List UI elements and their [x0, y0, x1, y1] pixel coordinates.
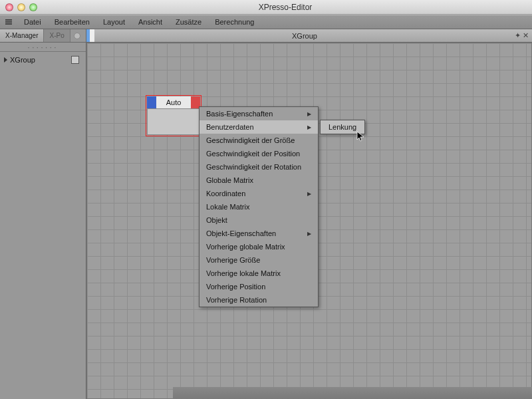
menu-berechnung[interactable]: Berechnung [208, 15, 261, 29]
context-menu-item[interactable]: Vorherige lokale Matrix [200, 267, 318, 280]
sidebar-tabs: X-Manager X-Po [0, 29, 86, 43]
menu-bearbeiten[interactable]: Bearbeiten [48, 15, 96, 29]
tab-x-pool[interactable]: X-Po [44, 29, 70, 42]
tree-item-xgroup[interactable]: XGroup [4, 56, 82, 64]
minimize-button[interactable] [17, 3, 25, 11]
menu-zusaetze[interactable]: Zusätze [169, 15, 208, 29]
context-menu-item[interactable]: Geschwindigkeit der Rotation [200, 160, 318, 174]
context-menu-item[interactable]: Koordinaten [200, 187, 318, 200]
canvas-header-stripe [86, 29, 94, 42]
tree-item-label: XGroup [10, 56, 35, 64]
menu-bar: Datei Bearbeiten Layout Ansicht Zusätze … [0, 15, 532, 29]
node-input-port[interactable] [147, 96, 156, 108]
tab-x-manager[interactable]: X-Manager [0, 29, 44, 42]
context-menu-item[interactable]: Vorherige Position [200, 280, 318, 293]
tree: XGroup [0, 52, 86, 68]
context-menu-item[interactable]: Vorherige Rotation [200, 293, 318, 307]
context-menu-item[interactable]: Globale Matrix [200, 174, 318, 187]
canvas-header-icons[interactable]: ✦ ✕ [515, 31, 532, 40]
sidebar: X-Manager X-Po ∙∙∙∙∙∙∙ XGroup [0, 29, 86, 399]
svg-rect-0 [5, 19, 12, 21]
context-menu-item[interactable]: Objekt-Eigenschaften [200, 227, 318, 240]
app-menu-icon[interactable] [4, 17, 13, 27]
sidebar-grip[interactable]: ∙∙∙∙∙∙∙ [0, 43, 86, 52]
footer [173, 387, 532, 399]
canvas-area: XGroup ✦ ✕ Auto Basis-EigenschaftenBenut… [86, 29, 532, 399]
node-auto[interactable]: Auto [147, 96, 200, 135]
node-header: Auto [147, 96, 200, 108]
context-menu: Basis-EigenschaftenBenutzerdatenGeschwin… [199, 106, 319, 307]
context-menu-item[interactable]: Vorherige globale Matrix [200, 240, 318, 253]
context-menu-item[interactable]: Basis-Eigenschaften [200, 107, 318, 120]
node-title: Auto [156, 96, 191, 108]
menu-datei[interactable]: Datei [17, 15, 48, 29]
context-menu-item[interactable]: Benutzerdaten [200, 120, 318, 134]
submenu-item[interactable]: Lenkung [321, 120, 364, 134]
window-titlebar: XPresso-Editor [0, 0, 532, 15]
svg-rect-2 [5, 23, 12, 25]
zoom-button[interactable] [29, 3, 37, 11]
canvas-header: XGroup ✦ ✕ [86, 29, 532, 43]
context-menu-item[interactable]: Lokale Matrix [200, 200, 318, 213]
context-menu-item[interactable]: Geschwindigkeit der Position [200, 147, 318, 160]
disclosure-icon[interactable] [4, 57, 7, 63]
tree-item-icon [71, 56, 79, 64]
sidebar-tool-icon[interactable] [70, 29, 84, 42]
context-menu-item[interactable]: Geschwindigkeit der Größe [200, 134, 318, 147]
menu-ansicht[interactable]: Ansicht [132, 15, 169, 29]
close-button[interactable] [5, 3, 13, 11]
menu-layout[interactable]: Layout [96, 15, 132, 29]
context-menu-item[interactable]: Objekt [200, 213, 318, 227]
context-menu-item[interactable]: Vorherige Größe [200, 253, 318, 267]
canvas-title: XGroup [94, 32, 515, 40]
svg-rect-1 [5, 21, 12, 23]
context-submenu: Lenkung [320, 120, 365, 134]
node-body[interactable] [147, 108, 200, 135]
window-controls [5, 3, 37, 11]
window-title: XPresso-Editor [44, 3, 527, 12]
node-canvas[interactable]: Auto Basis-EigenschaftenBenutzerdatenGes… [86, 43, 532, 399]
